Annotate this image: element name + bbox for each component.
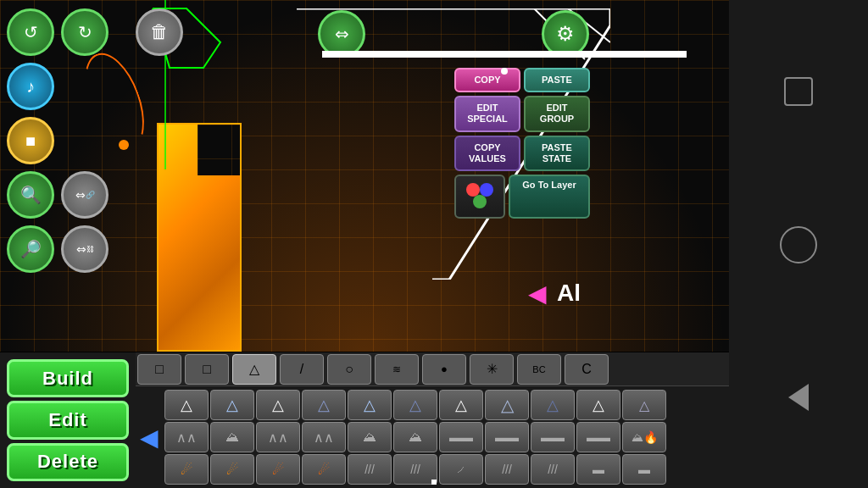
phone-circle-button[interactable] (780, 226, 817, 263)
link2-button[interactable]: ⇔⛓ (61, 225, 108, 273)
obj-cell-2-6[interactable]: ⟋ (439, 454, 483, 485)
phone-back-button[interactable] (788, 384, 809, 411)
object-area: □ □ △ / ○ ≋ ● ✳ BC C ◀ △ △ △ △ △ △ (136, 352, 783, 488)
zoom-in-button[interactable]: 🔍 (7, 171, 54, 219)
obj-cell-0-8[interactable]: △ (531, 390, 575, 420)
obj-cell-1-4[interactable]: ⛰ (348, 422, 392, 452)
delete-toolbar-button[interactable]: 🗑 (136, 8, 183, 56)
obj-cell-0-6[interactable]: △ (439, 390, 483, 420)
obj-tab-2[interactable]: △ (232, 354, 276, 385)
left-buttons: Build Edit Delete (0, 352, 136, 488)
obj-cell-2-8[interactable]: /// (531, 454, 575, 485)
object-row-3: ☄ ☄ ☄ ☄ /// /// ⟋ /// /// ▬ ▬ (164, 454, 754, 485)
obj-cell-1-10[interactable]: ⛰🔥 (622, 422, 666, 452)
obj-cell-0-10[interactable]: △ (622, 390, 666, 420)
copy-values-row: Copy Values Paste State (454, 136, 590, 171)
paste-state-button[interactable]: Paste State (524, 136, 590, 171)
obj-cell-0-5[interactable]: △ (393, 390, 437, 420)
left-toolbar: ↺ ♪ ■ 🔍 🔎 (7, 8, 54, 273)
svg-point-3 (466, 183, 480, 197)
copy-paste-row: Copy Paste (454, 68, 590, 92)
bottom-indicator (431, 480, 437, 485)
progress-dot (501, 68, 508, 75)
orange-ball (119, 140, 129, 150)
al-text: Al (557, 280, 581, 307)
obj-tab-0[interactable]: □ (137, 354, 181, 385)
obj-cell-0-1[interactable]: △ (210, 390, 254, 420)
nav-left-button[interactable]: ◀ (136, 386, 163, 488)
delete-main-button[interactable]: Delete (7, 443, 129, 481)
obj-cell-1-6[interactable]: ▬▬ (439, 422, 483, 452)
svg-point-4 (480, 183, 493, 197)
obj-cell-0-3[interactable]: △ (302, 390, 346, 420)
obj-cell-0-2[interactable]: △ (256, 390, 300, 420)
obj-cell-0-7[interactable]: △ (485, 390, 529, 420)
obj-cell-2-2[interactable]: ☄ (256, 454, 300, 485)
gold-pillar (157, 123, 242, 352)
object-grid-container: ◀ △ △ △ △ △ △ △ △ △ △ △ ∧∧ (136, 386, 783, 488)
obj-cell-1-2[interactable]: ∧∧ (256, 422, 300, 452)
obj-cell-2-0[interactable]: ☄ (164, 454, 209, 485)
edit-row: Edit Special Edit Group (454, 96, 590, 131)
obj-cell-1-1[interactable]: ⛰ (210, 422, 254, 452)
phone-chrome (729, 0, 868, 488)
obj-cell-0-9[interactable]: △ (576, 390, 620, 420)
obj-tab-1[interactable]: □ (185, 354, 229, 385)
timeline[interactable] (322, 51, 687, 58)
music-button[interactable]: ♪ (7, 63, 54, 110)
copy-button[interactable]: Copy (454, 68, 520, 92)
obj-cell-1-5[interactable]: ⛰ (393, 422, 437, 452)
obj-tab-9[interactable]: C (565, 354, 609, 385)
obj-cell-1-9[interactable]: ▬▬ (576, 422, 620, 452)
obj-cell-0-4[interactable]: △ (348, 390, 392, 420)
svg-point-5 (473, 195, 487, 208)
obj-cell-1-8[interactable]: ▬▬ (531, 422, 575, 452)
obj-tab-5[interactable]: ≋ (375, 354, 419, 385)
color-dots-button[interactable] (454, 175, 505, 219)
redo-button[interactable]: ↻ (61, 8, 108, 56)
obj-tab-4[interactable]: ○ (327, 354, 371, 385)
edit-special-button[interactable]: Edit Special (454, 96, 520, 131)
edit-group-button[interactable]: Edit Group (524, 96, 590, 131)
zoom-out-button[interactable]: 🔎 (7, 225, 54, 273)
game-canvas: ↺ ♪ ■ 🔍 🔎 ↻ ⇔🔗 ⇔⛓ 🗑 ⇔ ⚙ Copy Paste Edit … (0, 0, 729, 352)
phone-square-button[interactable] (784, 77, 813, 106)
go-to-layer-button[interactable]: Go To Layer (509, 175, 590, 219)
pillar-notch (198, 125, 240, 175)
right-panel: Copy Paste Edit Special Edit Group Copy … (454, 68, 590, 219)
stop-button[interactable]: ■ (7, 117, 54, 164)
obj-tab-8[interactable]: BC (517, 354, 561, 385)
paste-button[interactable]: Paste (524, 68, 590, 92)
left-toolbar-2: ↻ ⇔🔗 ⇔⛓ (61, 8, 108, 273)
obj-cell-1-0[interactable]: ∧∧ (164, 422, 209, 452)
object-row-2: ∧∧ ⛰ ∧∧ ∧∧ ⛰ ⛰ ▬▬ ▬▬ ▬▬ ▬▬ ⛰🔥 (164, 422, 754, 452)
obj-cell-2-1[interactable]: ☄ (210, 454, 254, 485)
object-grid: △ △ △ △ △ △ △ △ △ △ △ ∧∧ ⛰ ∧∧ ∧∧ (163, 388, 756, 486)
obj-tab-6[interactable]: ● (422, 354, 466, 385)
obj-tab-7[interactable]: ✳ (470, 354, 514, 385)
layer-row: Go To Layer (454, 175, 590, 219)
build-button[interactable]: Build (7, 359, 129, 397)
undo-button[interactable]: ↺ (7, 8, 54, 56)
copy-values-button[interactable]: Copy Values (454, 136, 520, 171)
obj-tab-3[interactable]: / (280, 354, 324, 385)
obj-cell-2-4[interactable]: /// (348, 454, 392, 485)
object-row-1: △ △ △ △ △ △ △ △ △ △ △ (164, 390, 754, 420)
obj-cell-2-10[interactable]: ▬ (622, 454, 666, 485)
obj-cell-2-3[interactable]: ☄ (302, 454, 346, 485)
object-tabs: □ □ △ / ○ ≋ ● ✳ BC C (136, 352, 783, 386)
edit-button[interactable]: Edit (7, 401, 129, 439)
obj-cell-2-9[interactable]: ▬ (576, 454, 620, 485)
pink-arrow: ◀ (528, 280, 547, 308)
link-button[interactable]: ⇔🔗 (61, 171, 108, 219)
obj-cell-1-7[interactable]: ▬▬ (485, 422, 529, 452)
obj-cell-0-0[interactable]: △ (164, 390, 209, 420)
obj-cell-1-3[interactable]: ∧∧ (302, 422, 346, 452)
obj-cell-2-7[interactable]: /// (485, 454, 529, 485)
